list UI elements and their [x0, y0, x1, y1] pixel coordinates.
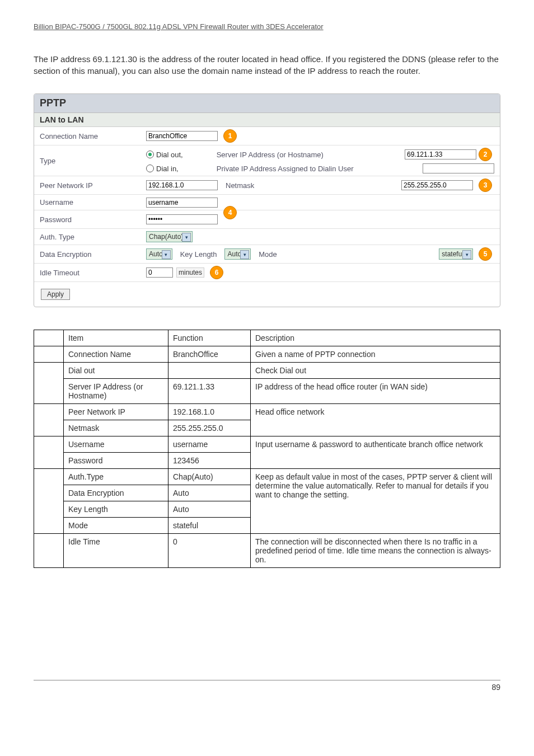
auth-type-label: Auth. Type: [34, 229, 140, 245]
callout-4: 4: [223, 206, 237, 219]
mode-label: Mode: [259, 250, 277, 259]
table-row: Dial outCheck Dial out: [34, 363, 500, 379]
server-ip-label: Server IP Address (or Hostname): [217, 151, 324, 159]
auth-type-select[interactable]: Chap(Auto)▾: [146, 231, 193, 242]
username-label: Username: [34, 195, 140, 210]
dial-in-label: Dial in,: [156, 165, 179, 173]
netmask-label: Netmask: [226, 181, 254, 190]
data-encryption-label: Data Encryption: [34, 247, 140, 262]
table-row: Peer Network IP192.168.1.0Head office ne…: [34, 404, 500, 420]
mode-select[interactable]: stateful▾: [439, 248, 473, 260]
private-ip-label: Private IP Address Assigned to Dialin Us…: [217, 165, 354, 173]
pptp-title: PPTP: [34, 94, 500, 113]
password-input[interactable]: [146, 214, 218, 224]
callout-2: 2: [479, 148, 492, 161]
page-header: Billion BIPAC-7500G / 7500GL 802.11g ADS…: [34, 22, 500, 31]
table-row: Server IP Address (or Hostname)69.121.1.…: [34, 379, 500, 404]
page-number: 89: [34, 680, 500, 692]
peer-network-ip-label: Peer Network IP: [34, 178, 140, 193]
chevron-down-icon: ▾: [182, 233, 191, 242]
dial-out-radio[interactable]: [146, 151, 154, 158]
table-row: Item Function Description: [34, 330, 500, 346]
callout-6: 6: [210, 266, 223, 279]
idle-timeout-label: Idle Timeout: [34, 265, 140, 280]
table-row: Auth.TypeChap(Auto)Keep as default value…: [34, 469, 500, 485]
key-length-label: Key Length: [180, 250, 217, 259]
key-length-select[interactable]: Auto▾: [224, 248, 251, 260]
private-ip-input[interactable]: [423, 163, 494, 173]
apply-button[interactable]: Apply: [41, 289, 70, 300]
table-row: UsernameusernameInput username & passwor…: [34, 436, 500, 453]
callout-3: 3: [479, 179, 492, 192]
server-ip-input[interactable]: [405, 149, 476, 159]
minutes-label: minutes: [176, 267, 204, 278]
intro-text-3: section of this manual), you can also us…: [34, 66, 420, 76]
dial-out-label: Dial out,: [156, 151, 183, 159]
chevron-down-icon: ▾: [462, 250, 471, 259]
table-row: Idle Time0The connection will be disconn…: [34, 534, 500, 568]
intro-paragraph: The IP address 69.1.121.30 is the addres…: [34, 53, 500, 77]
description-table: Item Function Description Connection Nam…: [34, 330, 500, 568]
callout-5: 5: [479, 247, 492, 261]
intro-text-1: The IP address 69.1.121.30 is the: [34, 54, 160, 64]
chevron-down-icon: ▾: [240, 250, 249, 259]
peer-network-ip-input[interactable]: [146, 180, 218, 190]
username-input[interactable]: [146, 198, 218, 208]
dial-in-radio[interactable]: [146, 165, 154, 172]
netmask-input[interactable]: [401, 180, 473, 190]
password-label: Password: [34, 212, 140, 227]
idle-timeout-input[interactable]: [146, 267, 173, 278]
intro-text-2: address of the router located in head of…: [162, 54, 499, 64]
type-label: Type: [34, 153, 140, 168]
table-row: Connection NameBranchOfficeGiven a name …: [34, 346, 500, 363]
pptp-panel: PPTP LAN to LAN Connection Name 1 Type D…: [34, 93, 500, 307]
connection-name-input[interactable]: [146, 131, 218, 141]
chevron-down-icon: ▾: [162, 250, 171, 259]
callout-1: 1: [223, 129, 237, 143]
data-encryption-select[interactable]: Auto▾: [146, 248, 172, 260]
connection-name-label: Connection Name: [34, 129, 140, 144]
lan-to-lan-section: LAN to LAN: [34, 113, 500, 127]
